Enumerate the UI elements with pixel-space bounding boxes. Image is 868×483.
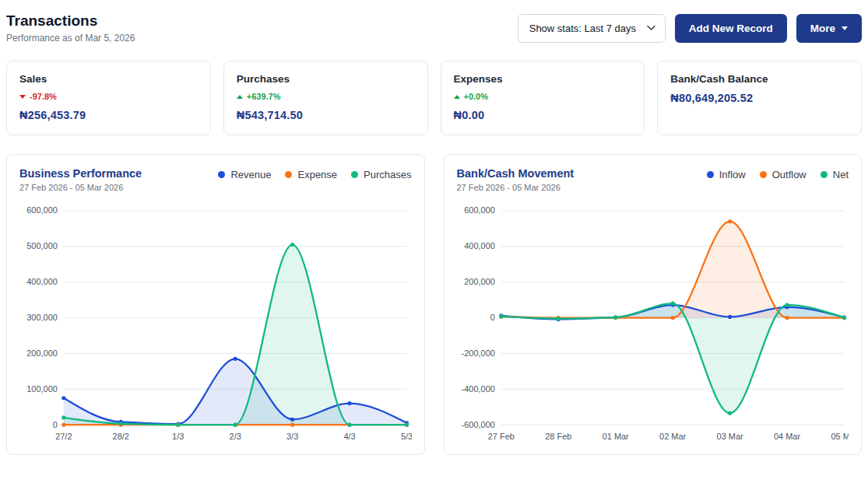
chart-title-block: Bank/Cash Movement 27 Feb 2026 - 05 Mar …	[457, 167, 575, 192]
legend-dot-icon	[218, 171, 225, 178]
svg-text:0: 0	[53, 420, 58, 429]
x-axis-labels: 27 Feb28 Feb01 Mar02 Mar03 Mar04 Mar05 M…	[487, 432, 849, 441]
stat-delta: +639.7%	[237, 92, 415, 101]
header-actions: Show stats: Last 7 days Add New Record M…	[518, 14, 862, 43]
page-subtitle: Performance as of Mar 5, 2026	[6, 33, 135, 44]
stat-label: Expenses	[454, 73, 632, 85]
legend-dot-icon	[760, 171, 767, 178]
stat-label: Purchases	[237, 73, 415, 85]
chart-legend: RevenueExpensePurchases	[218, 167, 411, 180]
arrow-up-icon	[237, 95, 243, 99]
business-performance-chart-card: Business Performance 27 Feb 2026 - 05 Ma…	[6, 154, 425, 455]
legend-label: Revenue	[230, 169, 271, 180]
svg-text:100,000: 100,000	[26, 384, 58, 394]
legend-label: Purchases	[364, 169, 411, 180]
stat-label: Sales	[19, 73, 198, 85]
chart-title-block: Business Performance 27 Feb 2026 - 05 Ma…	[19, 167, 142, 192]
svg-text:400,000: 400,000	[26, 277, 58, 286]
stats-row: Sales -97.8% ₦256,453.79 Purchases +639.…	[6, 61, 862, 135]
arrow-up-icon	[454, 95, 460, 99]
y-axis-labels: -600,000-400,000-200,0000200,000400,0006…	[461, 205, 494, 429]
legend-item-revenue[interactable]: Revenue	[218, 169, 271, 180]
legend-item-expense[interactable]: Expense	[285, 169, 337, 180]
legend-label: Expense	[297, 169, 337, 180]
stat-delta-value: -97.8%	[30, 92, 57, 101]
svg-text:-400,000: -400,000	[461, 384, 494, 394]
svg-text:600,000: 600,000	[26, 205, 58, 215]
chart-title: Business Performance	[19, 167, 142, 180]
add-new-record-label: Add New Record	[689, 23, 773, 34]
plot-area	[64, 245, 407, 425]
svg-text:28/2: 28/2	[113, 432, 129, 441]
page-title: Transactions	[6, 12, 135, 30]
legend-label: Net	[833, 169, 849, 180]
stat-delta: -97.8%	[19, 92, 198, 101]
stat-delta-value: +0.0%	[464, 92, 489, 101]
y-axis-labels: 0100,000200,000300,000400,000500,000600,…	[26, 205, 58, 429]
stat-label: Bank/Cash Balance	[670, 73, 849, 85]
svg-text:01 Mar: 01 Mar	[602, 432, 628, 441]
legend-dot-icon	[285, 171, 292, 178]
svg-text:5/3: 5/3	[401, 432, 412, 441]
stat-delta: +0.0%	[454, 92, 632, 101]
legend-item-net[interactable]: Net	[821, 169, 849, 180]
bank-cash-movement-chart-card: Bank/Cash Movement 27 Feb 2026 - 05 Mar …	[444, 154, 863, 455]
stat-card-sales: Sales -97.8% ₦256,453.79	[6, 61, 211, 135]
stats-range-select[interactable]: Show stats: Last 7 days	[518, 14, 666, 43]
stat-card-expenses: Expenses +0.0% ₦0.00	[441, 61, 645, 135]
chart-header: Bank/Cash Movement 27 Feb 2026 - 05 Mar …	[457, 167, 849, 192]
svg-text:04 Mar: 04 Mar	[774, 432, 800, 441]
stat-value: ₦256,453.79	[19, 109, 198, 121]
chart-header: Business Performance 27 Feb 2026 - 05 Ma…	[19, 167, 412, 192]
svg-text:05 Mar: 05 Mar	[831, 432, 849, 441]
chart-subtitle: 27 Feb 2026 - 05 Mar 2026	[457, 183, 575, 192]
svg-text:27 Feb: 27 Feb	[487, 432, 514, 441]
svg-text:2/3: 2/3	[230, 432, 241, 441]
page-header: Transactions Performance as of Mar 5, 20…	[6, 12, 862, 44]
svg-text:200,000: 200,000	[464, 277, 495, 286]
chart-legend: InflowOutflowNet	[707, 167, 849, 180]
stat-card-bank-cash-balance: Bank/Cash Balance ₦80,649,205.52	[657, 61, 862, 135]
chart-title: Bank/Cash Movement	[457, 167, 575, 180]
area-revenue	[64, 359, 407, 425]
svg-text:02 Mar: 02 Mar	[659, 432, 686, 441]
stat-value: ₦80,649,205.52	[670, 92, 849, 104]
svg-text:200,000: 200,000	[26, 348, 58, 358]
svg-text:1/3: 1/3	[172, 432, 184, 441]
chart-subtitle: 27 Feb 2026 - 05 Mar 2026	[19, 183, 142, 192]
business-performance-chart: 0100,000200,000300,000400,000500,000600,…	[19, 201, 412, 446]
stat-delta-value: +639.7%	[247, 92, 281, 101]
svg-text:28 Feb: 28 Feb	[545, 432, 571, 441]
legend-label: Outflow	[772, 169, 807, 180]
legend-dot-icon	[351, 171, 358, 178]
svg-text:27/2: 27/2	[55, 432, 72, 441]
stat-value: ₦0.00	[454, 109, 632, 121]
legend-label: Inflow	[719, 169, 746, 180]
caret-down-icon	[842, 26, 848, 30]
legend-dot-icon	[821, 171, 828, 178]
svg-text:3/3: 3/3	[286, 432, 298, 441]
svg-text:0: 0	[490, 313, 494, 322]
svg-text:400,000: 400,000	[464, 241, 495, 250]
svg-text:4/3: 4/3	[343, 432, 355, 441]
more-button-label: More	[810, 23, 835, 34]
stat-card-purchases: Purchases +639.7% ₦543,714.50	[223, 61, 428, 135]
legend-item-purchases[interactable]: Purchases	[351, 169, 411, 180]
arrow-down-icon	[19, 95, 26, 99]
charts-row: Business Performance 27 Feb 2026 - 05 Ma…	[6, 154, 862, 455]
page-title-block: Transactions Performance as of Mar 5, 20…	[6, 12, 135, 44]
legend-dot-icon	[707, 171, 714, 178]
stats-range-select-wrap: Show stats: Last 7 days	[518, 14, 666, 43]
svg-text:500,000: 500,000	[26, 241, 58, 250]
svg-text:300,000: 300,000	[26, 313, 58, 322]
svg-text:-600,000: -600,000	[461, 420, 494, 429]
svg-text:600,000: 600,000	[464, 205, 495, 215]
more-button[interactable]: More	[796, 14, 862, 43]
legend-item-outflow[interactable]: Outflow	[760, 169, 807, 180]
add-new-record-button[interactable]: Add New Record	[675, 14, 787, 43]
legend-item-inflow[interactable]: Inflow	[707, 169, 746, 180]
bank-cash-movement-chart: -600,000-400,000-200,0000200,000400,0006…	[457, 201, 849, 446]
stat-value: ₦543,714.50	[237, 109, 415, 121]
x-axis-labels: 27/228/21/32/33/34/35/3	[55, 432, 411, 441]
svg-text:-200,000: -200,000	[461, 348, 494, 358]
